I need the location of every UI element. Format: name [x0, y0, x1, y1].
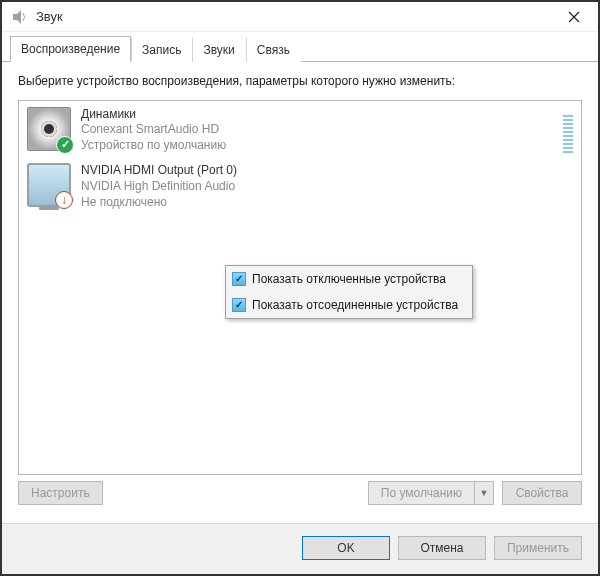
set-default-dropdown[interactable]: ▼ [474, 481, 494, 505]
device-item[interactable]: Динамики Conexant SmartAudio HD Устройст… [19, 101, 581, 158]
checkmark-icon: ✓ [226, 298, 252, 312]
tab-bar: Воспроизведение Запись Звуки Связь [2, 34, 598, 62]
properties-button[interactable]: Свойства [502, 481, 582, 505]
context-menu: ✓ Показать отключенные устройства ✓ Пока… [225, 265, 473, 319]
tab-playback[interactable]: Воспроизведение [10, 36, 131, 62]
device-name: Динамики [81, 107, 557, 123]
chevron-down-icon: ▼ [480, 488, 489, 498]
device-desc: NVIDIA High Definition Audio [81, 179, 573, 195]
instruction-text: Выберите устройство воспроизведения, пар… [18, 74, 582, 90]
default-check-icon [56, 136, 74, 154]
speaker-icon [27, 107, 71, 151]
device-desc: Conexant SmartAudio HD [81, 122, 557, 138]
cancel-button[interactable]: Отмена [398, 536, 486, 560]
tab-label: Воспроизведение [21, 42, 120, 56]
checkmark-icon: ✓ [226, 272, 252, 286]
tab-recording[interactable]: Запись [131, 37, 192, 62]
tab-label: Звуки [203, 43, 234, 57]
device-text: Динамики Conexant SmartAudio HD Устройст… [81, 107, 557, 154]
tab-label: Связь [257, 43, 290, 57]
button-label: Свойства [516, 486, 569, 500]
device-item[interactable]: NVIDIA HDMI Output (Port 0) NVIDIA High … [19, 157, 581, 214]
menu-item-show-disabled[interactable]: ✓ Показать отключенные устройства [226, 266, 472, 292]
dialog-footer: OK Отмена Применить [2, 523, 598, 574]
tab-communications[interactable]: Связь [246, 37, 301, 62]
button-label: Отмена [420, 541, 463, 555]
menu-item-label: Показать отсоединенные устройства [252, 298, 458, 312]
sound-dialog: Звук Воспроизведение Запись Звуки Связь … [0, 0, 600, 576]
button-label: Настроить [31, 486, 90, 500]
device-text: NVIDIA HDMI Output (Port 0) NVIDIA High … [81, 163, 573, 210]
monitor-icon [27, 163, 71, 207]
device-status: Устройство по умолчанию [81, 138, 557, 154]
menu-item-show-disconnected[interactable]: ✓ Показать отсоединенные устройства [226, 292, 472, 318]
disconnected-icon [55, 191, 73, 209]
tab-sounds[interactable]: Звуки [192, 37, 245, 62]
titlebar: Звук [2, 2, 598, 32]
apply-button[interactable]: Применить [494, 536, 582, 560]
tab-label: Запись [142, 43, 181, 57]
device-status: Не подключено [81, 195, 573, 211]
menu-item-label: Показать отключенные устройства [252, 272, 446, 286]
button-label: По умолчанию [381, 486, 462, 500]
close-button[interactable] [554, 3, 594, 31]
device-buttons-row: Настроить По умолчанию ▼ Свойства [18, 475, 582, 515]
configure-button[interactable]: Настроить [18, 481, 103, 505]
window-title: Звук [36, 9, 554, 24]
set-default-button[interactable]: По умолчанию [368, 481, 474, 505]
level-meter [563, 107, 573, 154]
close-icon [568, 11, 580, 23]
tab-body: Выберите устройство воспроизведения, пар… [2, 62, 598, 523]
device-list[interactable]: Динамики Conexant SmartAudio HD Устройст… [18, 100, 582, 475]
sound-icon [10, 8, 28, 26]
button-label: Применить [507, 541, 569, 555]
set-default-splitbutton[interactable]: По умолчанию ▼ [368, 481, 494, 505]
ok-button[interactable]: OK [302, 536, 390, 560]
device-name: NVIDIA HDMI Output (Port 0) [81, 163, 573, 179]
button-label: OK [337, 541, 354, 555]
